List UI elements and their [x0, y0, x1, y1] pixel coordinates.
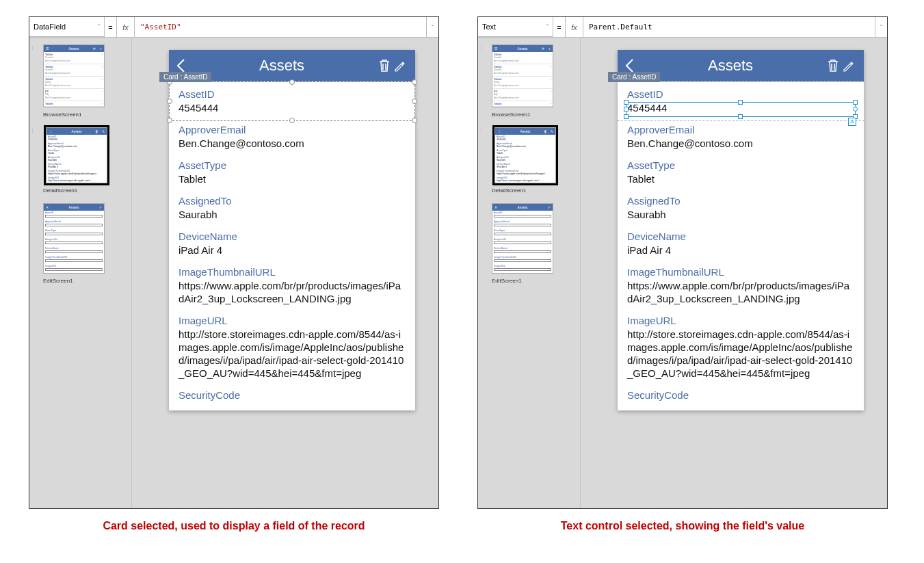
- formula-text: Parent.Default: [589, 23, 652, 31]
- list-item: ImageThumbnailURL: [492, 255, 553, 264]
- more-icon[interactable]: ⋯: [31, 46, 36, 51]
- selection-tag[interactable]: Card : AssetID: [159, 72, 211, 82]
- thumb-browse[interactable]: ⋯ ☰Assets⟳+ TabletSaurabhBen.Change@cont…: [36, 44, 129, 107]
- back-icon[interactable]: [176, 58, 185, 73]
- thumb-label-detail: DetailScreen1: [492, 187, 577, 194]
- accessibility-indicator-icon[interactable]: A: [848, 118, 856, 126]
- list-item: AssetID: [44, 211, 104, 220]
- field-value[interactable]: Saurabh: [179, 208, 406, 221]
- more-icon[interactable]: ⋯: [479, 46, 484, 51]
- property-dropdown[interactable]: Text ˇ: [478, 17, 553, 37]
- pencil-icon[interactable]: [842, 60, 857, 72]
- field-value[interactable]: Ben.Change@contoso.com: [179, 137, 406, 150]
- field-card[interactable]: ApproverEmailBen.Change@contoso.com: [618, 120, 864, 155]
- text-control-selection[interactable]: A: [626, 102, 856, 117]
- field-card[interactable]: SecurityCode: [169, 385, 415, 408]
- field-value[interactable]: http://store.storeimages.cdn-apple.com/8…: [179, 328, 406, 380]
- field-card[interactable]: ImageThumbnailURLhttps://www.apple.com/b…: [169, 262, 415, 311]
- work-area: ⋯ ☰Assets⟳+ TabletSaurabhBen.Change@cont…: [29, 38, 438, 508]
- field-card[interactable]: ImageThumbnailURLhttps://www.apple.com/b…: [618, 262, 864, 311]
- list-item: DeviceName: [492, 246, 553, 255]
- list-item: AssignedTo: [492, 237, 553, 246]
- field-value[interactable]: iPad Air 4: [179, 244, 406, 257]
- phone-body: AssetID4545444ApproverEmailBen.Change@co…: [618, 81, 864, 410]
- thumb-detail[interactable]: ⋯ 〈Assets🗑✎ AssetID4545444ApproverEmailB…: [36, 127, 129, 183]
- field-label: AssetType: [627, 159, 854, 171]
- field-value[interactable]: Tablet: [179, 172, 406, 185]
- field-card[interactable]: AssetTypeTablet: [169, 155, 415, 191]
- field-label: ImageThumbnailURL: [627, 266, 854, 278]
- field-card[interactable]: AssetTypeTablet: [618, 155, 864, 191]
- trash-icon[interactable]: [378, 59, 393, 73]
- field-label: ImageURL: [627, 315, 854, 326]
- field-card[interactable]: AssignedToSaurabh: [618, 191, 864, 226]
- equals-label: =: [105, 17, 117, 37]
- pencil-icon[interactable]: [393, 60, 408, 72]
- formula-input[interactable]: Parent.Default: [583, 17, 875, 37]
- thumb-edit[interactable]: ✕Assets✓ AssetIDApproverEmailAssetTypeAs…: [485, 203, 577, 274]
- editor-panel-text-selected: Text ˇ = fx Parent.Default ˇ ⋯ ☰Assets⟳+…: [477, 16, 888, 509]
- thumb-browse[interactable]: ⋯ ☰Assets⟳+ TabletSaurabhBen.Change@cont…: [485, 44, 577, 107]
- selection-tag[interactable]: Card : AssetID: [608, 72, 660, 82]
- list-item: TabletSaurabhBen.Change@contoso.com›: [44, 64, 104, 77]
- field-card[interactable]: ImageURLhttp://store.storeimages.cdn-app…: [169, 311, 415, 385]
- back-icon[interactable]: [624, 58, 634, 73]
- field-value[interactable]: iPad Air 4: [627, 244, 854, 257]
- phone-body: AssetID4545444ApproverEmailBen.Change@co…: [169, 81, 415, 410]
- screen-thumbnails: ⋯ ☰Assets⟳+ TabletSaurabhBen.Change@cont…: [29, 38, 132, 508]
- field-value[interactable]: Ben.Change@contoso.com: [627, 137, 854, 150]
- chevron-down-icon: ˇ: [546, 23, 549, 30]
- list-item: AssetType: [492, 228, 553, 237]
- design-canvas[interactable]: Card : AssetID Assets AssetID4545444Appr…: [132, 38, 438, 508]
- field-label: AssetType: [179, 159, 406, 171]
- field-card[interactable]: DeviceNameiPad Air 4: [618, 226, 864, 262]
- field-label: DeviceName: [627, 231, 854, 242]
- fx-icon[interactable]: fx: [117, 17, 135, 37]
- field-card[interactable]: DeviceNameiPad Air 4: [169, 226, 415, 262]
- list-item: Tablet›: [44, 101, 104, 107]
- caption-left: Card selected, used to display a field o…: [29, 520, 439, 532]
- thumb-edit[interactable]: ✕Assets✓ AssetIDApproverEmailAssetTypeAs…: [36, 203, 129, 274]
- field-label: SecurityCode: [179, 389, 406, 401]
- more-icon[interactable]: ⋯: [479, 129, 484, 133]
- formula-expand-button[interactable]: ˇ: [426, 17, 438, 37]
- editor-panel-card-selected: DataField ˇ = fx "AssetID" ˇ ⋯ ☰Assets⟳+…: [29, 16, 439, 509]
- list-item: ImageURLhttp://store.storeimages.cdn-app…: [47, 176, 107, 183]
- list-item: ImageThumbnailURL: [44, 255, 104, 264]
- thumb-detail[interactable]: ⋯ 〈Assets🗑✎ AssetID4545444ApproverEmailB…: [485, 127, 577, 183]
- field-value[interactable]: Saurabh: [627, 208, 854, 221]
- list-item: ApproverEmail: [44, 220, 104, 228]
- list-item: AssetID: [492, 211, 553, 220]
- field-label: ImageThumbnailURL: [179, 266, 406, 278]
- list-item: Tablet›: [492, 101, 553, 107]
- list-item: PCBillyBen.Change@contoso.com›: [492, 89, 553, 101]
- field-value[interactable]: https://www.apple.com/br/pr/products/ima…: [179, 279, 406, 305]
- field-value[interactable]: http://store.storeimages.cdn-apple.com/8…: [627, 328, 854, 380]
- field-value[interactable]: https://www.apple.com/br/pr/products/ima…: [627, 279, 854, 305]
- phone-title: Assets: [634, 57, 827, 75]
- list-item: AssetType: [44, 228, 104, 237]
- field-card[interactable]: ImageURLhttp://store.storeimages.cdn-app…: [618, 311, 864, 385]
- caption-right: Text control selected, showing the field…: [477, 520, 888, 532]
- formula-bar: DataField ˇ = fx "AssetID" ˇ: [29, 17, 438, 38]
- list-item: AssetTypeTablet: [47, 148, 107, 155]
- list-item: AssignedTo: [44, 237, 104, 246]
- field-card[interactable]: SecurityCode: [618, 385, 864, 408]
- formula-text: "AssetID": [140, 23, 181, 31]
- card-selection[interactable]: [169, 81, 415, 121]
- list-item: AssignedToSaurabh: [47, 155, 107, 162]
- formula-expand-button[interactable]: ˇ: [875, 17, 887, 37]
- trash-icon[interactable]: [827, 59, 842, 73]
- design-canvas[interactable]: Card : AssetID Assets AssetID4545444Appr…: [581, 38, 887, 508]
- field-label: AssignedTo: [179, 195, 406, 207]
- property-dropdown[interactable]: DataField ˇ: [29, 17, 105, 37]
- field-card[interactable]: ApproverEmailBen.Change@contoso.com: [169, 120, 415, 155]
- list-item: ApproverEmail: [492, 220, 553, 228]
- field-value[interactable]: Tablet: [627, 172, 854, 185]
- list-item: ImageThumbnailURLhttps://www.apple.com/b…: [495, 169, 555, 176]
- list-item: TabletSaurabhBen.Change@contoso.com›: [492, 64, 553, 77]
- more-icon[interactable]: ⋯: [31, 129, 36, 133]
- fx-icon[interactable]: fx: [566, 17, 583, 37]
- field-card[interactable]: AssignedToSaurabh: [169, 191, 415, 226]
- formula-input[interactable]: "AssetID": [135, 17, 426, 37]
